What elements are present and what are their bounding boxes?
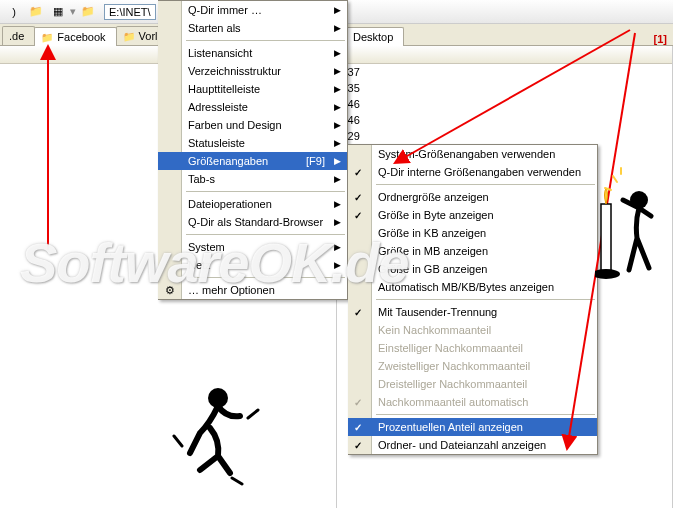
menu-item: Dreistelliger Nachkommaanteil [348,375,597,393]
chevron-right-icon: ▶ [334,138,341,148]
time-row[interactable]: :46 [337,98,673,114]
menu-item[interactable]: Adressleiste▶ [158,98,347,116]
menu-item[interactable]: ✓Ordnergröße anzeigen [348,188,597,206]
menu-item[interactable]: ✓Q-Dir interne Größenangaben verwenden [348,163,597,181]
menu-item[interactable]: Statusleiste▶ [158,134,347,152]
chevron-right-icon: ▶ [334,156,341,166]
candle-clipart [595,160,665,290]
chevron-right-icon: ▶ [334,102,341,112]
menu-item[interactable]: Listenansicht▶ [158,44,347,62]
menu-item: Einstelliger Nachkommaanteil [348,339,597,357]
chevron-right-icon: ▶ [334,120,341,130]
svg-rect-4 [601,204,611,274]
chevron-right-icon: ▶ [334,84,341,94]
menu-item[interactable]: Dateioperationen▶ [158,195,347,213]
folder2-icon[interactable]: 📁 [78,2,98,22]
chevron-right-icon: ▶ [334,199,341,209]
menu-item[interactable]: ✓Mit Tausender-Trennung [348,303,597,321]
right-tabs: 🖥Desktop [1] [330,24,673,46]
chevron-right-icon: ▶ [334,48,341,58]
menu-item: Kein Nachkommaanteil [348,321,597,339]
grid-icon[interactable]: ▦ [48,2,68,22]
size-submenu: System-Größenangaben verwenden✓Q-Dir int… [348,144,598,455]
watermark: SoftwareOK.de [20,230,408,295]
tab-facebook[interactable]: 📁Facebook [34,27,116,46]
menu-item[interactable]: Größenangaben[F9]▶ [158,152,347,170]
folder-icon[interactable]: 📁 [26,2,46,22]
time-row[interactable]: :37 [337,66,673,82]
time-row[interactable]: :35 [337,82,673,98]
menu-item[interactable]: ✓Ordner- und Dateianzahl anzeigen [348,436,597,454]
menu-item[interactable]: Farben und Design▶ [158,116,347,134]
chevron-right-icon: ▶ [334,23,341,33]
menu-item[interactable]: ✓Größe in Byte anzeigen [348,206,597,224]
chevron-right-icon: ▶ [334,217,341,227]
menu-item: ✓Nachkommaanteil automatisch [348,393,597,411]
path-field[interactable]: E:\INET\ [104,4,156,20]
chevron-right-icon: ▶ [334,66,341,76]
menu-item[interactable]: Q-Dir immer …▶ [158,1,347,19]
menu-item[interactable]: Haupttitelleiste▶ [158,80,347,98]
chevron-right-icon: ▶ [334,5,341,15]
menu-item[interactable]: Tab-s▶ [158,170,347,188]
menu-item: Zweistelliger Nachkommaanteil [348,357,597,375]
chevron-right-icon: ▶ [334,174,341,184]
menu-item[interactable]: System-Größenangaben verwenden [348,145,597,163]
tab-badge: [1] [654,33,673,45]
svg-point-5 [595,269,620,279]
tab-de[interactable]: .de [2,26,35,45]
menu-item[interactable]: ✓Prozentuellen Anteil anzeigen [348,418,597,436]
menu-item[interactable]: Starten als▶ [158,19,347,37]
time-row[interactable]: :46 [337,114,673,130]
column-header-r[interactable] [337,46,673,64]
skater-clipart [170,378,280,488]
menu-item[interactable]: Q-Dir als Standard-Browser▶ [158,213,347,231]
menu-item[interactable]: Verzeichnisstruktur▶ [158,62,347,80]
back-button[interactable]: ) [4,2,24,22]
time-list: :37:35:46:46:29 [337,64,673,148]
